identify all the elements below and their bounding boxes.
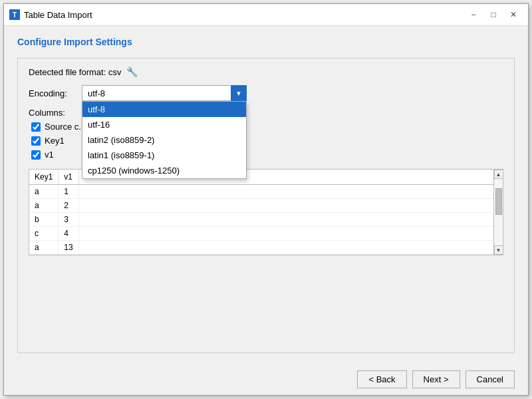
wrench-icon[interactable]: 🔧 xyxy=(126,66,138,77)
checkbox-label-source: Source c... xyxy=(45,122,86,132)
main-window: T Table Data Import − □ ✕ Configure Impo… xyxy=(3,3,529,396)
encoding-select[interactable]: utf-8 xyxy=(82,85,247,101)
scroll-down-arrow[interactable]: ▼ xyxy=(494,245,503,255)
preview-scrollbar: ▲ ▼ xyxy=(493,170,503,255)
close-button[interactable]: ✕ xyxy=(504,8,523,21)
checkbox-label-key1: Key1 xyxy=(45,136,65,146)
encoding-option-latin2[interactable]: latin2 (iso8859-2) xyxy=(82,132,246,148)
preview-cell: a xyxy=(29,199,59,213)
preview-row-2: a 2 xyxy=(29,199,503,213)
encoding-row: Encoding: utf-8 ▼ utf-8 utf-16 latin2 (i… xyxy=(29,85,503,101)
form-area: Detected file format: csv 🔧 Encoding: ut… xyxy=(17,58,515,353)
maximize-button[interactable]: □ xyxy=(484,8,503,21)
preview-table: Key1 v1 a 1 a 2 xyxy=(29,170,503,255)
preview-cell xyxy=(78,185,502,199)
encoding-dropdown-arrow[interactable]: ▼ xyxy=(231,85,247,101)
preview-area: Key1 v1 a 1 a 2 xyxy=(29,169,503,255)
footer: < Back Next > Cancel xyxy=(4,364,528,395)
window-controls: − □ ✕ xyxy=(464,8,523,21)
cancel-button[interactable]: Cancel xyxy=(466,370,515,388)
window-icon: T xyxy=(9,9,20,20)
section-heading: Configure Import Settings xyxy=(17,37,515,47)
content-area: Configure Import Settings Detected file … xyxy=(4,26,528,364)
preview-row-5: a 13 xyxy=(29,241,503,255)
checkbox-label-v1: v1 xyxy=(45,150,54,160)
minimize-button[interactable]: − xyxy=(464,8,483,21)
back-button[interactable]: < Back xyxy=(357,370,406,388)
preview-row-1: a 1 xyxy=(29,185,503,199)
preview-cell: a xyxy=(29,185,59,199)
title-bar: T Table Data Import − □ ✕ xyxy=(4,4,528,26)
encoding-option-cp1250[interactable]: cp1250 (windows-1250) xyxy=(82,163,246,178)
preview-cell: 3 xyxy=(59,213,78,227)
preview-cell: 4 xyxy=(59,227,78,241)
preview-col-v1: v1 xyxy=(59,170,78,185)
preview-cell: 13 xyxy=(59,241,78,255)
scroll-thumb[interactable] xyxy=(495,188,502,215)
encoding-dropdown-list: utf-8 utf-16 latin2 (iso8859-2) latin1 (… xyxy=(82,101,247,179)
preview-cell: a xyxy=(29,241,59,255)
preview-cell: b xyxy=(29,213,59,227)
checkbox-v1[interactable] xyxy=(31,150,41,160)
encoding-option-latin1[interactable]: latin1 (iso8859-1) xyxy=(82,148,246,163)
preview-col-key1: Key1 xyxy=(29,170,59,185)
encoding-selected-value: utf-8 xyxy=(88,88,105,98)
preview-cell xyxy=(78,199,502,213)
encoding-label: Encoding: xyxy=(29,88,82,98)
checkbox-key1[interactable] xyxy=(31,136,41,146)
preview-row-3: b 3 xyxy=(29,213,503,227)
scroll-up-arrow[interactable]: ▲ xyxy=(494,170,503,179)
preview-cell: 1 xyxy=(59,185,78,199)
preview-cell: c xyxy=(29,227,59,241)
preview-cell xyxy=(78,227,502,241)
preview-row-4: c 4 xyxy=(29,227,503,241)
detected-format-text: Detected file format: csv xyxy=(29,67,121,77)
preview-cell xyxy=(78,241,502,255)
encoding-option-utf8[interactable]: utf-8 xyxy=(82,102,246,117)
checkbox-source[interactable] xyxy=(31,122,41,132)
window-title: Table Data Import xyxy=(24,10,464,20)
encoding-select-wrapper: utf-8 ▼ utf-8 utf-16 latin2 (iso8859-2) … xyxy=(82,85,247,101)
next-button[interactable]: Next > xyxy=(412,370,460,388)
preview-cell: 2 xyxy=(59,199,78,213)
encoding-option-utf16[interactable]: utf-16 xyxy=(82,117,246,132)
detected-format-row: Detected file format: csv 🔧 xyxy=(29,66,503,77)
preview-cell xyxy=(78,213,502,227)
